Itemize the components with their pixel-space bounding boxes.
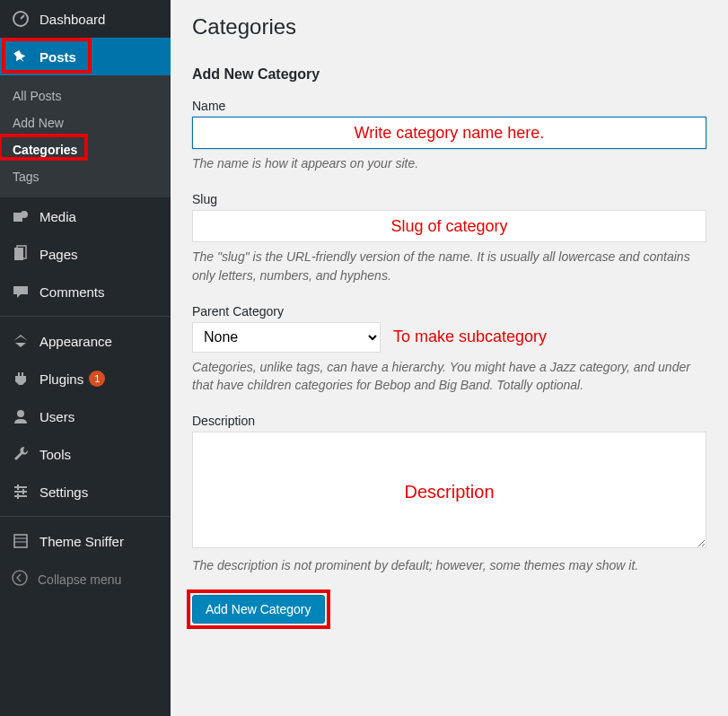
submenu-label: Categories [13,143,77,157]
menu-label: Users [39,409,75,424]
sidebar-item-dashboard[interactable]: Dashboard [0,0,171,38]
menu-label: Plugins [39,371,83,387]
menu-label: Comments [39,284,105,300]
field-description: Description Description The description … [192,414,706,574]
menu-label: Theme Sniffer [39,534,124,549]
sidebar-item-users[interactable]: Users [0,397,171,435]
field-parent: Parent Category None To make subcategory… [192,304,706,395]
menu-label: Dashboard [39,12,105,27]
admin-sidebar: Dashboard Posts All Posts Add New Catego… [0,0,171,716]
dashboard-icon [11,9,31,29]
submenu-add-new[interactable]: Add New [0,109,171,136]
collapse-icon [11,569,29,589]
field-slug: Slug Slug of category The "slug" is the … [192,192,706,284]
sidebar-item-settings[interactable]: Settings [0,473,171,511]
svg-rect-11 [17,493,19,499]
sidebar-item-posts[interactable]: Posts [0,38,171,75]
svg-rect-7 [14,491,27,493]
menu-label: Posts [39,49,76,65]
menu-label: Tools [39,447,71,462]
svg-rect-9 [17,485,19,490]
sidebar-item-pages[interactable]: Pages [0,235,171,273]
slug-label: Slug [192,192,706,206]
parent-select[interactable]: None [192,322,381,353]
menu-label: Appearance [39,334,112,349]
svg-point-5 [17,410,24,417]
plugin-update-badge: 1 [89,371,105,387]
tools-icon [11,444,31,464]
posts-submenu: All Posts Add New Categories Tags [0,75,171,197]
svg-rect-10 [22,489,24,494]
page-title: Categories [192,14,706,39]
slug-input[interactable] [192,210,706,242]
parent-help: Categories, unlike tags, can have a hier… [192,358,706,395]
slug-help: The "slug" is the URL-friendly version o… [192,248,706,284]
field-name: Name Write category name here. The name … [192,99,706,172]
submenu-categories[interactable]: Categories [0,136,171,163]
description-help: The description is not prominent by defa… [192,556,706,574]
svg-rect-6 [14,486,27,488]
appearance-icon [11,331,31,351]
media-icon [11,206,31,226]
submenu-all-posts[interactable]: All Posts [0,83,171,109]
sidebar-item-plugins[interactable]: Plugins 1 [0,360,171,397]
pages-icon [11,244,31,264]
svg-point-2 [21,211,28,218]
submenu-tags[interactable]: Tags [0,163,171,190]
main-content: Categories Add New Category Name Write c… [171,0,728,716]
collapse-label: Collapse menu [38,572,121,587]
plugins-icon [11,369,31,389]
description-label: Description [192,414,706,428]
sidebar-item-appearance[interactable]: Appearance [0,322,171,360]
menu-label: Settings [39,485,88,500]
parent-annotation: To make subcategory [393,327,547,346]
menu-label: Media [39,209,76,224]
section-heading: Add New Category [192,66,706,83]
theme-sniffer-icon [11,531,31,551]
svg-rect-12 [14,535,27,547]
pin-icon [11,47,31,66]
menu-label: Pages [39,247,78,262]
description-textarea[interactable] [192,432,706,548]
sidebar-item-media[interactable]: Media [0,197,171,235]
name-label: Name [192,99,706,113]
add-category-button[interactable]: Add New Category [192,595,325,624]
collapse-menu[interactable]: Collapse menu [0,560,171,598]
name-help: The name is how it appears on your site. [192,154,706,172]
users-icon [11,406,31,426]
comments-icon [11,282,31,301]
name-input[interactable] [192,117,706,149]
parent-label: Parent Category [192,304,706,319]
settings-icon [11,482,31,502]
sidebar-item-tools[interactable]: Tools [0,435,171,473]
svg-point-15 [13,571,27,585]
sidebar-item-theme-sniffer[interactable]: Theme Sniffer [0,522,171,560]
svg-rect-8 [14,495,27,497]
sidebar-item-comments[interactable]: Comments [0,273,171,310]
